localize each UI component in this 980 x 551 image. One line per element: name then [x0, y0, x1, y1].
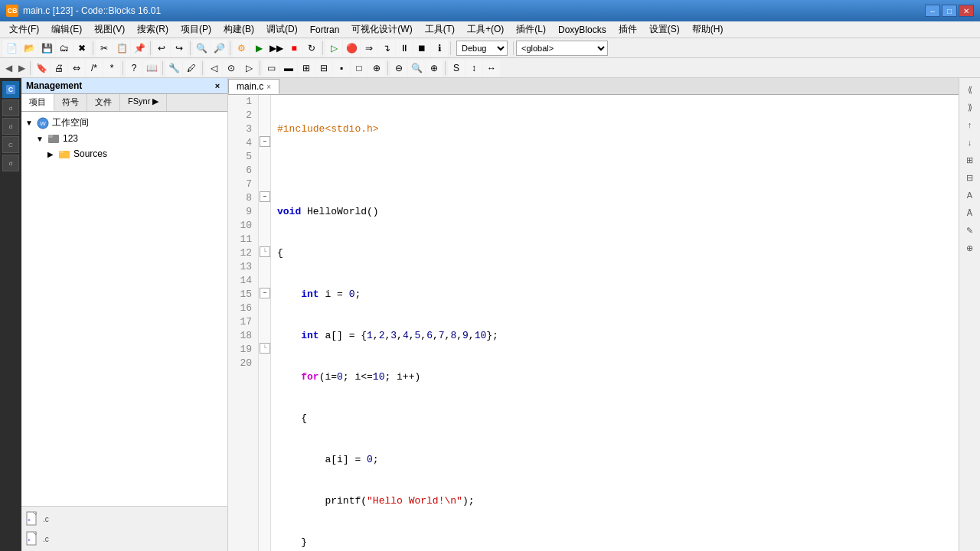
workspace-item[interactable]: ▼ W 工作空间 — [24, 115, 224, 131]
save-file-button[interactable]: 💾 — [38, 40, 55, 57]
tools2-btn2[interactable]: 🖊 — [183, 60, 200, 77]
fold-close-19[interactable]: └ — [260, 343, 270, 354]
taskbar-icon-1[interactable]: C — [2, 81, 19, 98]
redo-button[interactable]: ↪ — [171, 40, 188, 57]
close-window-button[interactable]: ✕ — [959, 5, 974, 17]
management-close-button[interactable]: × — [212, 80, 223, 91]
right-icon-9[interactable]: ✎ — [962, 222, 978, 239]
diff-button[interactable]: ⇔ — [68, 60, 85, 77]
code-container[interactable]: 1 2 3 4 5 6 7 8 9 10 11 12 13 14 15 16 1… — [228, 95, 959, 551]
right-icon-6[interactable]: ⊟ — [962, 169, 978, 186]
tab-files[interactable]: 文件 — [87, 94, 120, 111]
project-item[interactable]: ▼ 123 — [24, 131, 224, 146]
sources-item[interactable]: ▶ Sources — [24, 146, 224, 161]
replace-button[interactable]: 🔎 — [211, 40, 227, 57]
extra-btn1[interactable]: S — [448, 60, 465, 77]
nav-btn2[interactable]: ⊙ — [223, 60, 240, 77]
tab-project[interactable]: 项目 — [21, 94, 54, 111]
extra-btn3[interactable]: ↔ — [483, 60, 500, 77]
taskbar-icon-2[interactable]: d — [2, 99, 19, 116]
extra-btn2[interactable]: ↕ — [466, 60, 482, 77]
debug-info-button[interactable]: ℹ — [431, 40, 448, 57]
debug-run-button[interactable]: ▷ — [325, 40, 342, 57]
zoom-btn1[interactable]: ⊖ — [390, 60, 407, 77]
zoom-btn3[interactable]: ⊕ — [426, 60, 443, 77]
layout-btn3[interactable]: ⊞ — [298, 60, 315, 77]
fold-close-12[interactable]: └ — [260, 246, 270, 257]
menu-fortran[interactable]: Fortran — [304, 23, 346, 37]
file-tab-main-c[interactable]: main.c × — [228, 79, 279, 94]
right-icon-3[interactable]: ↑ — [962, 116, 978, 133]
debug-stop-button[interactable]: ⏹ — [413, 40, 430, 57]
taskbar-icon-5[interactable]: d — [2, 155, 19, 171]
tools2-btn1[interactable]: 🔧 — [165, 60, 182, 77]
bookmark-button[interactable]: 🔖 — [33, 60, 50, 77]
save-all-button[interactable]: 🗂 — [56, 40, 73, 57]
fold-btn-15[interactable]: – — [260, 288, 270, 298]
layout-btn4[interactable]: ⊟ — [315, 60, 332, 77]
menu-plugins[interactable]: 插件(L) — [510, 21, 552, 37]
forward-button[interactable]: ▶ — [16, 61, 28, 75]
menu-file[interactable]: 文件(F) — [3, 21, 45, 37]
scope-select[interactable]: <global> — [516, 41, 608, 56]
build-button[interactable]: ⚙ — [233, 40, 250, 57]
stop-button[interactable]: ■ — [286, 40, 302, 57]
back-button[interactable]: ◀ — [3, 61, 15, 75]
layout-btn1[interactable]: ▭ — [263, 60, 279, 77]
copy-button[interactable]: 📋 — [113, 40, 130, 57]
comment-button[interactable]: /* — [86, 60, 103, 77]
help-button[interactable]: ? — [126, 60, 142, 77]
run-button[interactable]: ▶ — [250, 40, 267, 57]
uncomment-button[interactable]: * — [103, 60, 120, 77]
nav-btn3[interactable]: ▷ — [240, 60, 257, 77]
debug-pause-button[interactable]: ⏸ — [396, 40, 413, 57]
code-lines[interactable]: #include<stdio.h> void HelloWorld() { in… — [271, 95, 959, 551]
maximize-button[interactable]: □ — [942, 5, 957, 17]
file-icon-1[interactable]: c .c — [24, 510, 224, 528]
right-icon-4[interactable]: ↓ — [962, 134, 978, 151]
menu-build[interactable]: 构建(B) — [217, 21, 260, 37]
layout-btn7[interactable]: ⊕ — [368, 60, 385, 77]
close-file-button[interactable]: ✖ — [74, 40, 90, 57]
right-icon-8[interactable]: Ā — [962, 204, 978, 221]
menu-tools-plus[interactable]: 工具+(O) — [461, 21, 510, 37]
menu-help[interactable]: 帮助(H) — [686, 21, 730, 37]
fold-btn-8[interactable]: – — [260, 191, 270, 202]
tab-fsynr[interactable]: FSynr ▶ — [120, 94, 167, 111]
right-icon-10[interactable]: ⊕ — [962, 240, 978, 256]
open-file-button[interactable]: 📂 — [21, 40, 38, 57]
debug-step-button[interactable]: ⇒ — [361, 40, 377, 57]
menu-view[interactable]: 视图(V) — [88, 21, 131, 37]
find-button[interactable]: 🔍 — [193, 40, 210, 57]
menu-tools[interactable]: 工具(T) — [419, 21, 461, 37]
docs-button[interactable]: 📖 — [143, 60, 160, 77]
taskbar-icon-3[interactable]: d — [2, 118, 19, 135]
menu-edit[interactable]: 编辑(E) — [45, 21, 88, 37]
paste-button[interactable]: 📌 — [131, 40, 148, 57]
right-icon-5[interactable]: ⊞ — [962, 152, 978, 168]
menu-settings[interactable]: 设置(S) — [643, 21, 686, 37]
breakpoint-button[interactable]: 🔴 — [343, 40, 360, 57]
layout-btn5[interactable]: ▪ — [333, 60, 350, 77]
layout-btn2[interactable]: ▬ — [280, 60, 297, 77]
undo-button[interactable]: ↩ — [153, 40, 170, 57]
print-button[interactable]: 🖨 — [51, 60, 67, 77]
build-run-button[interactable]: ▶▶ — [268, 40, 285, 57]
menu-plugin2[interactable]: 插件 — [612, 21, 643, 37]
layout-btn6[interactable]: □ — [351, 60, 368, 77]
debug-mode-select[interactable]: Debug Release — [456, 41, 508, 56]
menu-debug[interactable]: 调试(D) — [260, 21, 304, 37]
menu-doxyblocks[interactable]: DoxyBlocks — [552, 23, 612, 37]
menu-search[interactable]: 搜索(R) — [131, 21, 175, 37]
nav-btn1[interactable]: ◁ — [205, 60, 222, 77]
menu-project[interactable]: 项目(P) — [175, 21, 217, 37]
tab-symbols[interactable]: 符号 — [54, 94, 87, 111]
menu-visual-design[interactable]: 可视化设计(W) — [345, 21, 418, 37]
taskbar-icon-4[interactable]: C — [2, 136, 19, 153]
right-icon-7[interactable]: A — [962, 187, 978, 204]
minimize-button[interactable]: – — [925, 5, 940, 17]
file-tab-close-button[interactable]: × — [266, 83, 271, 91]
fold-btn-4[interactable]: – — [260, 136, 270, 147]
zoom-btn2[interactable]: 🔍 — [408, 60, 425, 77]
new-file-button[interactable]: 📄 — [3, 40, 20, 57]
